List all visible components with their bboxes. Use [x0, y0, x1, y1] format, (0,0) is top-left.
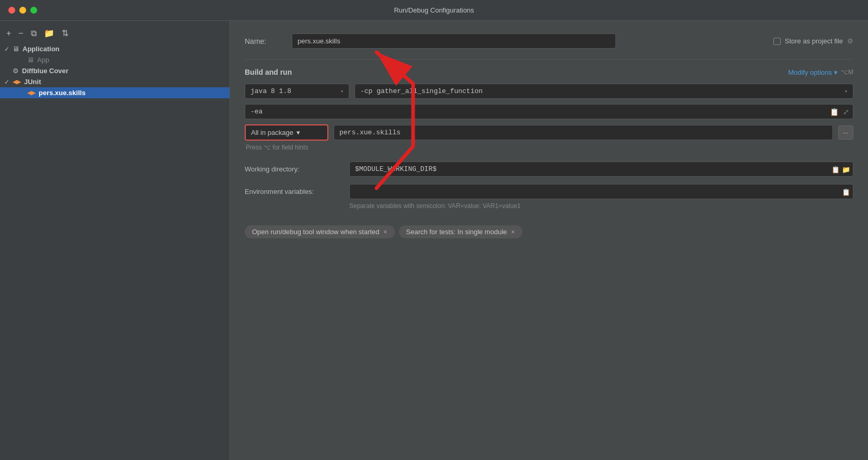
tag-label: Open run/debug tool window when started	[252, 228, 380, 236]
sidebar-item-application[interactable]: ✓ 🖥 Application	[0, 43, 230, 54]
remove-config-button[interactable]: −	[16, 28, 25, 39]
sidebar-item-label: Application	[22, 45, 60, 53]
tag-open-debug-window: Open run/debug tool window when started …	[245, 225, 395, 238]
name-label: Name:	[245, 37, 292, 45]
env-vars-input[interactable]	[349, 184, 853, 199]
env-vars-icons: 📋	[842, 188, 850, 196]
modify-options-label: Modify options	[788, 68, 832, 76]
insert-macro-icon[interactable]: 📋	[842, 188, 850, 196]
test-kind-select[interactable]: All in package ▾	[245, 124, 328, 141]
module-select[interactable]: -cp gather_all_single_function ▾	[355, 84, 853, 99]
sidebar-item-label: App	[37, 56, 49, 64]
ellipsis-button[interactable]: ···	[838, 125, 853, 140]
vm-options-row: 📋 ⤢	[245, 104, 853, 119]
copy-config-button[interactable]: ⧉	[29, 28, 39, 39]
folder-icon[interactable]: 📁	[842, 165, 850, 173]
vm-icons: 📋 ⤢	[829, 107, 850, 117]
sidebar-toolbar: + − ⧉ 📁 ⇅	[0, 25, 230, 43]
dropdown-arrow-icon: ▾	[296, 129, 300, 136]
build-run-title: Build and run	[245, 68, 292, 76]
sidebar-item-diffblue[interactable]: ⚙ Diffblue Cover	[0, 65, 230, 76]
close-button[interactable]	[8, 7, 15, 14]
sort-button[interactable]: ⇅	[60, 27, 71, 39]
store-project-checkbox[interactable]	[773, 38, 781, 45]
modify-options-button[interactable]: Modify options ▾ ⌥M	[788, 68, 853, 76]
package-input[interactable]	[334, 125, 833, 140]
tags-row: Open run/debug tool window when started …	[245, 225, 853, 238]
insert-macro-icon[interactable]: 📋	[829, 107, 840, 117]
env-vars-wrap: 📋	[349, 184, 853, 199]
content-panel: Name: Store as project file ⚙ Build and …	[230, 21, 868, 460]
java-version-select[interactable]: java 8 1.8 ▾	[245, 84, 349, 99]
sidebar-item-label: pers.xue.skills	[39, 89, 86, 97]
copy-folder-button[interactable]: 📁	[42, 27, 56, 39]
store-project-option: Store as project file ⚙	[773, 37, 853, 45]
minimize-button[interactable]	[19, 7, 26, 14]
monitor-icon: 🖥	[13, 45, 19, 53]
env-vars-label: Environment variables:	[245, 188, 349, 196]
window-title: Run/Debug Configurations	[394, 6, 474, 14]
name-row: Name: Store as project file ⚙	[245, 33, 853, 49]
monitor-icon: 🖥	[27, 56, 34, 64]
gear-icon[interactable]: ⚙	[847, 37, 853, 45]
tag-search-tests: Search for tests: In single module ×	[399, 225, 522, 238]
divider	[245, 59, 853, 60]
modify-options-kbd: ⌥M	[841, 68, 853, 76]
tag-close-button[interactable]: ×	[511, 228, 515, 236]
sidebar-item-app[interactable]: 🖥 App	[0, 54, 230, 65]
sidebar-item-label: JUnit	[24, 78, 41, 86]
working-directory-row: Working directory: 📋 📁	[245, 162, 853, 177]
check-icon: ✓	[4, 45, 13, 53]
field-hints-text: Press ⌥ for field hints	[246, 144, 308, 151]
dropdown-arrow-icon: ▾	[844, 88, 848, 95]
sidebar-item-label: Diffblue Cover	[22, 67, 68, 75]
gear-icon: ⚙	[13, 67, 19, 75]
play-icon: ◀▶	[27, 89, 36, 96]
vm-options-input[interactable]	[245, 104, 853, 119]
expand-icon[interactable]: ⤢	[842, 107, 850, 117]
working-dir-icons: 📋 📁	[831, 165, 850, 173]
main-layout: + − ⧉ 📁 ⇅ ✓ 🖥 Application 🖥 App	[0, 21, 868, 460]
play-icon: ◀▶	[13, 78, 21, 85]
java-version-label: java 8 1.8	[250, 87, 291, 95]
test-kind-row: All in package ▾ ···	[245, 124, 853, 141]
test-kind-label: All in package	[251, 129, 293, 136]
working-dir-label: Working directory:	[245, 165, 349, 173]
sidebar-item-junit[interactable]: ✓ ◀▶ JUnit	[0, 76, 230, 87]
traffic-lights	[8, 7, 37, 14]
tag-close-button[interactable]: ×	[384, 228, 387, 236]
env-vars-hint: Separate variables with semicolon: VAR=v…	[349, 202, 853, 210]
name-input[interactable]	[292, 33, 616, 49]
build-run-header: Build and run Modify options ▾ ⌥M	[245, 68, 853, 76]
title-bar: Run/Debug Configurations	[0, 0, 868, 21]
sidebar-item-pers-xue-skills[interactable]: ◀▶ pers.xue.skills	[0, 87, 230, 98]
check-icon: ✓	[4, 78, 13, 86]
sidebar: + − ⧉ 📁 ⇅ ✓ 🖥 Application 🖥 App	[0, 21, 230, 460]
working-dir-wrap: 📋 📁	[349, 162, 853, 177]
chevron-down-icon: ▾	[834, 68, 838, 76]
maximize-button[interactable]	[30, 7, 37, 14]
module-label: -cp gather_all_single_function	[360, 87, 483, 95]
java-module-row: java 8 1.8 ▾ -cp gather_all_single_funct…	[245, 84, 853, 99]
store-project-label: Store as project file	[785, 37, 843, 45]
tag-label: Search for tests: In single module	[406, 228, 507, 236]
insert-macro-icon[interactable]: 📋	[831, 165, 840, 173]
add-config-button[interactable]: +	[4, 28, 13, 39]
env-vars-row: Environment variables: 📋	[245, 184, 853, 199]
dropdown-arrow-icon: ▾	[340, 88, 344, 95]
field-hints: Press ⌥ for field hints	[245, 144, 853, 151]
working-dir-input[interactable]	[349, 162, 853, 177]
